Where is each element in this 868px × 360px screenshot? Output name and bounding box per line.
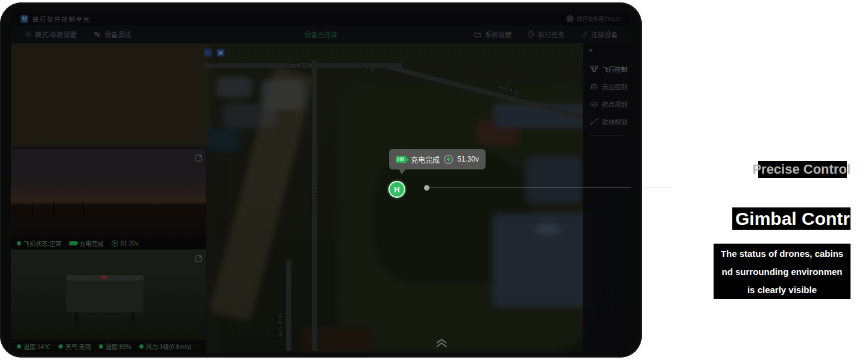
drone-icon xyxy=(590,65,598,74)
aircraft-status: 飞机状态:正常 xyxy=(17,239,62,248)
road-label: 高新大道 xyxy=(276,313,284,337)
charge-status-tooltip: 充电完成 51.30v xyxy=(389,149,486,169)
dock-camera-panel[interactable]: 温度:14℃ 天气:无雨 湿度:89% 风力:1级(0.8m/s) xyxy=(11,250,206,353)
status-dot-icon xyxy=(139,344,144,349)
gear-icon xyxy=(24,31,31,38)
expand-panel-icon[interactable] xyxy=(195,153,202,164)
charge-status-text: 充电完成 xyxy=(80,239,104,248)
temperature-status: 温度:14℃ xyxy=(17,342,51,351)
expand-drawer-button[interactable] xyxy=(433,338,450,351)
sidebar-item-route-planning[interactable]: 航线规划 xyxy=(583,113,631,130)
weather-text: 天气:无雨 xyxy=(65,342,91,351)
device-debug-button[interactable]: 设备调试 xyxy=(93,30,131,39)
execute-task-label: 执行任务 xyxy=(538,30,565,39)
marketing-subtitle: The status of drones, cabins nd surround… xyxy=(714,244,851,299)
layers-button[interactable]: ▣ xyxy=(217,49,224,57)
map-controls: − ▣ xyxy=(204,49,224,57)
page: 蜂行软件控制平台 蜂行软件用户0127 模式/参数设置 设备调试 设备已连接 xyxy=(0,0,868,360)
temperature-text: 温度:14℃ xyxy=(24,342,51,351)
environment-status-bar: 温度:14℃ 天气:无雨 湿度:89% 风力:1级(0.8m/s) xyxy=(11,339,206,353)
mode-settings-button[interactable]: 模式/参数设置 xyxy=(24,30,77,39)
user-badge[interactable]: 蜂行软件用户0127 xyxy=(566,15,621,23)
tablet-frame: 蜂行软件控制平台 蜂行软件用户0127 模式/参数设置 设备调试 设备已连接 xyxy=(0,2,642,358)
wind-text: 风力:1级(0.8m/s) xyxy=(146,342,191,351)
execute-task-button[interactable]: 执行任务 xyxy=(527,30,565,39)
road-label: 高新五街 xyxy=(291,60,313,70)
sidebar-item-label: 云台控制 xyxy=(602,82,627,91)
clock-icon xyxy=(527,31,534,38)
folder-icon xyxy=(474,31,481,38)
waypoint-icon xyxy=(590,100,598,109)
voltage-text: 51.30v xyxy=(457,155,479,163)
status-dot-icon xyxy=(17,241,21,245)
right-sidebar: « 飞行控制 云台控制 航点规划 xyxy=(583,43,631,353)
collapse-sidebar-button[interactable]: « xyxy=(589,46,593,54)
subtitle-line: is clearly visible xyxy=(714,281,851,299)
wind-status: 风力:1级(0.8m/s) xyxy=(139,342,191,351)
battery-icon xyxy=(396,156,407,163)
route-icon xyxy=(590,118,598,126)
app-title: 蜂行软件控制平台 xyxy=(33,14,90,24)
app-screen: 蜂行软件控制平台 蜂行软件用户0127 模式/参数设置 设备调试 设备已连接 xyxy=(11,12,631,353)
expand-panel-icon[interactable] xyxy=(195,254,202,265)
status-dot-icon xyxy=(59,344,63,349)
battery-icon xyxy=(69,241,77,245)
system-favorites-label: 系统收藏 xyxy=(485,30,512,39)
home-point-marker[interactable]: H xyxy=(388,181,405,198)
voltage-text: 51.30v xyxy=(121,240,139,247)
subtitle-line: The status of drones, cabins xyxy=(714,245,851,263)
connect-device-button[interactable]: 连接设备 xyxy=(580,30,618,39)
drone-camera-panel[interactable]: 飞机状态:正常 充电完成 51.30v xyxy=(11,149,206,250)
humidity-text: 湿度:89% xyxy=(106,342,131,351)
dock-cabin xyxy=(66,275,144,312)
status-dot-icon xyxy=(17,344,21,349)
leader-line xyxy=(429,188,631,188)
zoom-out-button[interactable]: − xyxy=(204,49,212,57)
sidebar-item-waypoint-planning[interactable]: 航点规划 xyxy=(583,95,631,113)
status-dot-icon xyxy=(99,344,103,349)
mode-settings-label: 模式/参数设置 xyxy=(35,30,77,39)
user-name: 蜂行软件用户0127 xyxy=(577,15,621,23)
sidebar-item-flight-control[interactable]: 飞行控制 xyxy=(583,60,631,78)
leader-dot xyxy=(424,185,429,191)
connection-status: 设备已连接 xyxy=(305,30,338,39)
sidebar-divider xyxy=(588,135,626,136)
humidity-status: 湿度:89% xyxy=(99,342,131,351)
connect-device-label: 连接设备 xyxy=(591,30,618,39)
subtitle-line: nd surrounding environmen xyxy=(714,263,851,281)
charge-status-text: 充电完成 xyxy=(411,154,440,165)
sidebar-item-label: 飞行控制 xyxy=(602,65,627,74)
marketing-eyebrow: Precise Control xyxy=(749,160,854,178)
sidebar-item-label: 航点规划 xyxy=(602,99,627,109)
device-debug-label: 设备调试 xyxy=(104,30,131,39)
top-toolbar: 模式/参数设置 设备调试 设备已连接 系统收藏 执行任务 xyxy=(11,25,631,43)
leader-line xyxy=(643,188,672,188)
sidebar-item-label: 航线规划 xyxy=(602,117,627,126)
voltage-status: 51.30v xyxy=(112,240,139,247)
sliders-icon xyxy=(93,31,101,38)
link-icon xyxy=(580,31,588,38)
system-favorites-button[interactable]: 系统收藏 xyxy=(474,30,512,39)
avatar xyxy=(566,15,574,22)
charge-status: 充电完成 xyxy=(69,239,104,248)
aircraft-status-text: 飞机状态:正常 xyxy=(24,239,62,248)
gimbal-icon xyxy=(590,83,598,91)
drone-status-bar: 飞机状态:正常 充电完成 51.30v xyxy=(11,236,206,250)
title-bar: 蜂行软件控制平台 蜂行软件用户0127 xyxy=(11,12,631,25)
road-label: 高新大道 xyxy=(310,191,318,215)
app-logo-icon xyxy=(21,15,28,23)
marketing-title: Gimbal Control xyxy=(732,207,851,230)
voltage-icon xyxy=(112,240,118,247)
sidebar-item-gimbal-control[interactable]: 云台控制 xyxy=(583,78,631,95)
weather-status: 天气:无雨 xyxy=(59,342,91,351)
voltage-icon xyxy=(444,155,453,164)
